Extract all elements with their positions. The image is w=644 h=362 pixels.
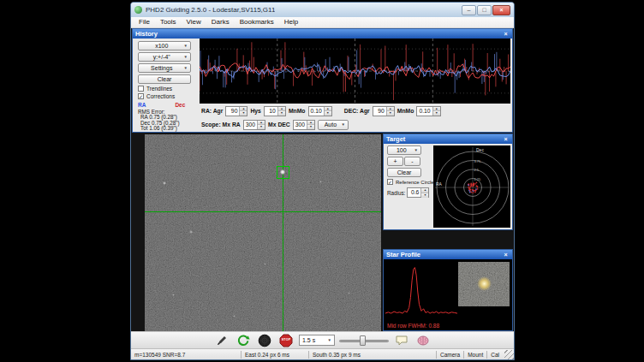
guide-camera-view[interactable]	[145, 134, 381, 331]
spinner-arrows[interactable]: ▲▼	[257, 121, 265, 129]
guide-button[interactable]	[256, 333, 273, 348]
star[interactable]	[264, 263, 266, 265]
resize-grip[interactable]	[504, 350, 514, 359]
minimize-icon[interactable]: –	[462, 5, 476, 15]
chevron-down-icon: ▼	[184, 66, 188, 70]
gamma-slider[interactable]	[339, 335, 389, 347]
spin-down-icon[interactable]: ▼	[433, 110, 440, 116]
spin-down-icon[interactable]: ▼	[325, 110, 331, 116]
client-area: History × x100▼ y:+/-4"▼ Settings▼ Clear…	[131, 28, 514, 331]
max-ra-duration-spinner[interactable]: 300▲▼	[243, 120, 265, 130]
exposure-select[interactable]: 1.5 s ▼	[299, 335, 335, 346]
history-close-icon[interactable]: ×	[502, 30, 510, 38]
slider-thumb[interactable]	[360, 335, 366, 346]
ra-legend[interactable]: RA	[138, 102, 146, 108]
spinner-arrows[interactable]: ▲▼	[420, 188, 428, 197]
advanced-settings-button[interactable]	[414, 333, 432, 348]
spin-down-icon[interactable]: ▼	[278, 110, 285, 116]
y-scale-select[interactable]: y:+/-4"▼	[138, 52, 191, 62]
spinner-arrows[interactable]: ▲▼	[324, 107, 331, 116]
x-scale-select[interactable]: x100▼	[138, 41, 191, 50]
titlebar[interactable]: PHD2 Guiding 2.5.0 - Lodestar,SV115,G11 …	[131, 3, 514, 17]
history-graph	[200, 39, 510, 104]
checkbox-box[interactable]	[138, 86, 144, 92]
star-profile-titlebar: Star Profile ×	[384, 250, 512, 259]
menu-darks[interactable]: Darks	[206, 17, 235, 27]
graph-legend: RA Dec	[138, 102, 200, 108]
dec-guide-mode-select[interactable]: Auto▼	[318, 120, 349, 130]
star-thumbnail	[458, 262, 510, 306]
target-close-icon[interactable]: ×	[502, 135, 510, 143]
spin-down-icon[interactable]: ▼	[240, 110, 247, 116]
target-panel-titlebar: Target ×	[384, 134, 512, 144]
status-south-pulse: South 0.35 px 9 ms	[309, 352, 381, 358]
zoom-out-label: -	[408, 158, 417, 164]
ra-agr-label: RA: Agr	[201, 108, 223, 114]
spinner-arrows[interactable]: ▲▼	[432, 107, 440, 116]
svg-text:RA: RA	[436, 181, 443, 187]
star[interactable]	[189, 230, 193, 234]
reference-circle-checkbox[interactable]: ✓Reference Circle	[387, 179, 433, 185]
target-zoom-value: 100	[391, 147, 413, 153]
trendlines-checkbox[interactable]: Trendlines	[138, 86, 200, 92]
hys-label: Hys	[250, 108, 260, 114]
star-profile-close-icon[interactable]: ×	[502, 251, 510, 258]
menu-bookmarks[interactable]: Bookmarks	[235, 17, 279, 27]
settings-button[interactable]: Settings▼	[138, 63, 191, 73]
camera-connect-button[interactable]	[213, 333, 230, 348]
ra-aggression-spinner[interactable]: 90▲▼	[225, 106, 247, 116]
target-zoom-select[interactable]: 100▼	[387, 145, 421, 155]
chevron-down-icon: ▼	[342, 122, 345, 127]
loop-exposures-button[interactable]	[235, 333, 252, 348]
dec-legend[interactable]: Dec	[175, 102, 185, 108]
close-icon[interactable]: ×	[492, 5, 510, 15]
menubar: File Tools View Darks Bookmarks Help	[131, 17, 514, 28]
radius-spinner[interactable]: 0.6▲▼	[407, 187, 429, 198]
exposure-value: 1.5 s	[302, 337, 315, 343]
x-scale-value: x100	[141, 43, 182, 49]
status-mount: Mount	[464, 352, 486, 358]
checkbox-check-icon[interactable]: ✓	[138, 93, 144, 99]
window-title: PHD2 Guiding 2.5.0 - Lodestar,SV115,G11	[146, 6, 275, 14]
star[interactable]	[348, 292, 350, 294]
status-bar: m=130549 SNR=8.7 East 0.24 px 6 ms South…	[131, 348, 514, 359]
fwhm-readout: Mid row FWHM: 0.88	[387, 323, 439, 329]
corrections-checkbox[interactable]: ✓Corrections	[138, 93, 200, 99]
dec-minmove-spinner[interactable]: 0.10▲▼	[416, 106, 440, 116]
y-scale-value: y:+/-4"	[141, 54, 182, 60]
stop-button[interactable]: STOP	[277, 333, 295, 348]
menu-tools[interactable]: Tools	[155, 17, 182, 27]
spin-down-icon[interactable]: ▼	[387, 110, 394, 116]
history-panel-titlebar: History ×	[133, 29, 512, 39]
ra-hysteresis-spinner[interactable]: 10▲▼	[264, 106, 286, 116]
star[interactable]	[163, 181, 166, 185]
spinner-arrows[interactable]: ▲▼	[307, 121, 314, 129]
menu-help[interactable]: Help	[279, 17, 303, 27]
spinner-arrows[interactable]: ▲▼	[239, 107, 247, 116]
target-zoom-in-button[interactable]: +	[387, 157, 403, 166]
star[interactable]	[172, 294, 175, 296]
max-dec-duration-spinner[interactable]: 300▲▼	[293, 120, 315, 130]
menu-view[interactable]: View	[182, 17, 206, 27]
checkbox-check-icon[interactable]: ✓	[387, 179, 393, 185]
menu-file[interactable]: File	[134, 17, 155, 27]
spinner-arrows[interactable]: ▲▼	[386, 107, 394, 116]
spin-down-icon[interactable]: ▼	[307, 124, 314, 129]
caption-buttons: – □ ×	[462, 5, 510, 15]
star[interactable]	[319, 181, 322, 183]
target-panel-body: 100▼ + - Clear ✓Reference Circle Radius:…	[384, 144, 512, 229]
target-zoom-out-button[interactable]: -	[404, 157, 420, 166]
spin-down-icon[interactable]: ▼	[258, 124, 265, 129]
target-panel: Target × 100▼ + - Clear ✓Reference Circl…	[383, 134, 513, 230]
status-east-pulse: East 0.24 px 6 ms	[242, 352, 308, 358]
spin-down-icon[interactable]: ▼	[421, 193, 428, 198]
star[interactable]	[233, 315, 236, 317]
history-panel-body: x100▼ y:+/-4"▼ Settings▼ Clear Trendline…	[133, 39, 512, 132]
dec-aggression-spinner[interactable]: 90▲▼	[373, 106, 395, 116]
maximize-icon[interactable]: □	[477, 5, 492, 15]
camera-properties-button[interactable]	[393, 333, 410, 348]
spinner-arrows[interactable]: ▲▼	[277, 107, 285, 116]
target-clear-button[interactable]: Clear	[387, 168, 421, 177]
ra-minmove-spinner[interactable]: 0.10▲▼	[308, 106, 332, 116]
history-clear-button[interactable]: Clear	[138, 74, 191, 84]
